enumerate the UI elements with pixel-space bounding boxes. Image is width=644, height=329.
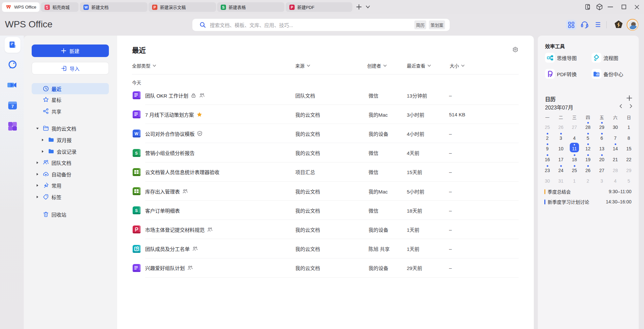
svg-text:S: S — [135, 208, 138, 213]
svg-text:7: 7 — [11, 104, 14, 109]
svg-text:S: S — [135, 151, 138, 155]
svg-text:W: W — [135, 132, 139, 136]
